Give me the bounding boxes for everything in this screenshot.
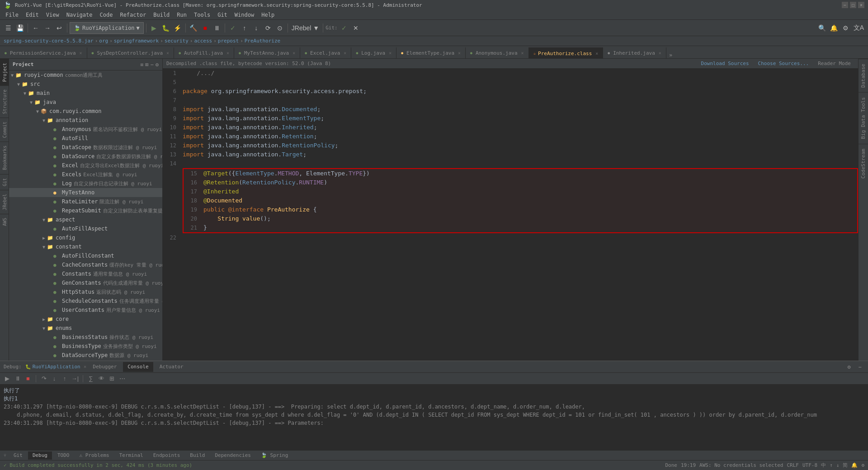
toolbar-vcs3-btn[interactable]: ↓ — [251, 22, 262, 34]
subtab-debug[interactable]: Debug — [28, 451, 52, 460]
tab-preauthorize[interactable]: ☕ PreAuthorize.class × — [529, 47, 604, 58]
tree-repeatsubmit[interactable]: ● RepeatSubmit 自定义注解防止表单重复提交 @ ruoyi — [9, 206, 162, 215]
subtab-problems[interactable]: ⚠ Problems — [75, 451, 114, 460]
toolbar-vcs5-btn[interactable]: ⊙ — [274, 22, 285, 34]
status-jian[interactable]: 简 — [843, 462, 848, 469]
status-encoding[interactable]: UTF-8 — [802, 462, 817, 468]
toolbar-coverage-btn[interactable]: ⚡ — [172, 22, 183, 34]
panel-settings-icon[interactable]: ⚙ — [156, 61, 159, 68]
tab-elementtype[interactable]: ElementType.java × — [396, 47, 466, 58]
tab-mytestanno-close[interactable]: × — [292, 51, 295, 56]
tree-config[interactable]: ▶ 📁 config — [9, 233, 162, 242]
tree-mytestanno[interactable]: ● MyTestAnno — [9, 188, 162, 197]
status-crlf[interactable]: CRLF — [787, 462, 799, 468]
tab-mytestanno[interactable]: MyTestAnno.java × — [234, 47, 300, 58]
tab-excel-close[interactable]: × — [344, 51, 346, 56]
tree-autofillconstant[interactable]: ● AutoFillConstant — [9, 251, 162, 260]
subtab-git[interactable]: Git — [9, 451, 27, 460]
status-build[interactable]: ✓ Build completed successfully in 2 sec,… — [4, 462, 192, 468]
tab-sysdeptcontroller[interactable]: SysDeptController.java × — [87, 47, 175, 58]
bc-org[interactable]: org — [99, 38, 108, 44]
tab-inherited[interactable]: Inherited.java × — [603, 47, 666, 58]
tree-ruoyi-common[interactable]: ▼ 📁 ruoyi-common common通用工具 — [9, 70, 162, 80]
tab-log[interactable]: Log.java × — [351, 47, 396, 58]
editor-content[interactable]: 1 /.../ 5 6 package org.springframework.… — [163, 69, 858, 361]
toolbar-vcs4-btn[interactable]: ⟳ — [263, 22, 274, 34]
tab-preauthorize-close[interactable]: × — [595, 51, 598, 56]
debug-stop-btn[interactable]: ■ — [24, 374, 33, 383]
toolbar-stop-btn[interactable]: ■ — [200, 22, 211, 34]
subtab-dependencies[interactable]: Dependencies — [210, 451, 255, 460]
tab-log-close[interactable]: × — [389, 51, 392, 56]
tab-anonymous-close[interactable]: × — [521, 51, 524, 56]
menu-navigate[interactable]: Navigate — [63, 10, 96, 20]
tree-src[interactable]: ▼ 📁 src — [9, 80, 162, 89]
toolbar-vcs2-btn[interactable]: ↑ — [239, 22, 250, 34]
bc-jar[interactable]: spring-security-core-5.5.8.jar — [4, 38, 94, 44]
tree-com-ruoyi-common[interactable]: ▼ 📦 com.ruoyi.common — [9, 107, 162, 116]
tree-constant[interactable]: ▼ 📁 constant — [9, 242, 162, 251]
menu-refactor[interactable]: Refactor — [116, 10, 150, 20]
tree-constants[interactable]: ● Constants 通用常量信息 @ ruoyi — [9, 269, 162, 278]
left-tab-jrebel[interactable]: JRebel — [0, 190, 9, 214]
menu-file[interactable]: File — [2, 10, 22, 20]
debug-settings-btn[interactable]: ⋯ — [118, 374, 127, 383]
bc-access[interactable]: access — [194, 38, 212, 44]
toolbar-git-check-btn[interactable]: ✓ — [339, 22, 349, 34]
tree-cacheconstants[interactable]: ● CacheConstants 缓存的key 常量 @ ruoyi — [9, 260, 162, 269]
menu-window[interactable]: Window — [231, 10, 258, 20]
tree-datasourcetype[interactable]: ● DataSourceType 数据源 @ ruoyi — [9, 351, 162, 360]
toolbar-jrebel-btn[interactable]: JRebel ▼ — [290, 22, 321, 34]
left-tab-bookmarks[interactable]: Bookmarks — [0, 141, 9, 174]
bc-springframework[interactable]: springframework — [114, 38, 159, 44]
subtab-spring[interactable]: 🍃 Spring — [256, 451, 292, 460]
panel-gear-icon[interactable]: ≡ — [140, 61, 143, 68]
tab-permissionservice-close[interactable]: × — [80, 51, 82, 56]
debug-add-watch-btn[interactable]: 👁 — [97, 374, 106, 383]
settings-icon[interactable]: ⚙ — [844, 362, 854, 371]
subtab-todo[interactable]: TODO — [53, 451, 74, 460]
status-down[interactable]: ↓ — [836, 462, 840, 468]
minimize-panel-icon[interactable]: − — [855, 362, 864, 371]
minimize-button[interactable]: − — [842, 2, 848, 8]
toolbar-build-btn[interactable]: 🔨 — [188, 22, 199, 34]
tab-inherited-close[interactable]: × — [659, 51, 661, 56]
tab-autofill[interactable]: AutoFill.java × — [174, 47, 234, 58]
tab-anonymous[interactable]: Anonymous.java × — [466, 47, 529, 58]
menu-help[interactable]: Help — [258, 10, 278, 20]
tree-businessstatus[interactable]: ● BusinessStatus 操作状态 @ ruoyi — [9, 333, 162, 342]
tree-log[interactable]: ● Log 自定义操作日志记录注解 @ ruoyi — [9, 179, 162, 188]
tab-permissionservice[interactable]: PermissionService.java × — [0, 47, 87, 58]
debug-run-to-cursor-btn[interactable]: →| — [71, 374, 80, 383]
subtab-build[interactable]: Build — [185, 451, 209, 460]
tree-java[interactable]: ▼ 📁 java — [9, 98, 162, 107]
debug-resume-btn[interactable]: ▶ — [3, 374, 12, 383]
btab-console[interactable]: Console — [123, 362, 153, 372]
toolbar-undo-btn[interactable]: ↩ — [54, 22, 65, 34]
status-aws[interactable]: AWS: No credentials selected — [699, 462, 783, 468]
tab-more-btn[interactable]: » — [666, 52, 675, 58]
tree-datascope[interactable]: ● DataScope 数据权限过滤注解 @ ruoyi — [9, 143, 162, 152]
subtab-endpoints[interactable]: Endpoints — [149, 451, 185, 460]
status-gear[interactable]: ⚙ — [861, 462, 864, 468]
status-zh[interactable]: 中 — [821, 462, 826, 469]
tree-excel[interactable]: ● Excel 自定义导出Excel数据注解 @ ruoyi — [9, 161, 162, 170]
tree-businesstype[interactable]: ● BusinessType 业务操作类型 @ ruoyi — [9, 342, 162, 351]
toolbar-debug-btn[interactable]: 🐛 — [160, 22, 171, 34]
maximize-button[interactable]: □ — [850, 2, 856, 8]
tree-userconstants[interactable]: ● UserConstants 用户常量信息 @ ruoyi — [9, 306, 162, 315]
menu-run[interactable]: Run — [173, 10, 190, 20]
menu-tools[interactable]: Tools — [190, 10, 214, 20]
tree-main[interactable]: ▼ 📁 main — [9, 89, 162, 98]
choose-sources-link[interactable]: Choose Sources... — [758, 61, 809, 66]
right-tab-codestream[interactable]: CodeStream — [859, 144, 868, 183]
tree-autofillaspect[interactable]: ● AutoFillAspect — [9, 224, 162, 233]
debug-step-out-btn[interactable]: ↑ — [60, 374, 69, 383]
debug-app-name[interactable]: RuoYiApplication — [33, 364, 80, 370]
left-tab-structure[interactable]: Structure — [0, 85, 9, 118]
debug-step-into-btn[interactable]: ↓ — [50, 374, 59, 383]
toolbar-notifications-btn[interactable]: 🔔 — [829, 22, 840, 34]
subtab-terminal[interactable]: Terminal — [115, 451, 148, 460]
debug-evaluate-btn[interactable]: ∑ — [86, 374, 95, 383]
tree-excels[interactable]: ● Excels Excel注解集 @ ruoyi — [9, 170, 162, 179]
